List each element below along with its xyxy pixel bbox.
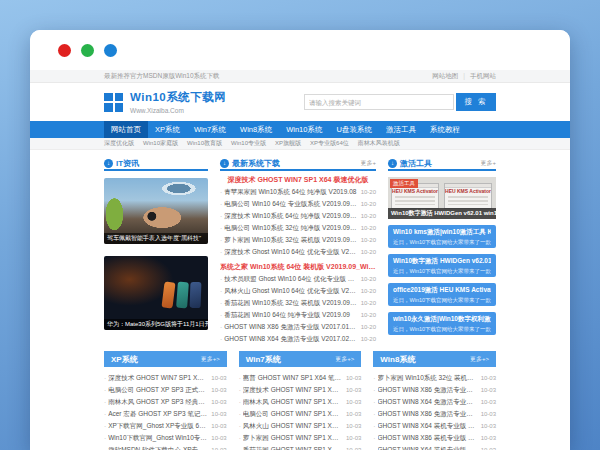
subnav-link[interactable]: Win10家庭版 [143, 139, 178, 148]
item-date: 10-03 [211, 375, 226, 381]
tools-more-link[interactable]: 更多+ [480, 159, 496, 168]
download-list-item[interactable]: GHOST WIN8 X86 免激活专业版 V201 10-03 [373, 384, 496, 396]
tool-box[interactable]: Win10 kms激活|win10激活工具 KMS-VL-ALL 近日，Win1… [388, 225, 496, 248]
download-list-item[interactable]: 电脑公司 GHOST WIN7 SP1 X86 正式 10-03 [239, 408, 362, 420]
download-list-item[interactable]: Win10下载官网_Ghost Win10专业版 6 10-03 [104, 432, 227, 444]
item-title: 电脑公司 GHOST WIN7 SP1 X86 正式 [243, 410, 342, 419]
win8-more-link[interactable]: 更多+> [470, 355, 489, 364]
download-list-item[interactable]: GHOST WIN8 X86 装机专业版 V2017 10-03 [373, 432, 496, 444]
download-list-item[interactable]: 电脑公司 Win10 64位 专业版系统 V2019.09_Win10 10-2… [220, 198, 376, 210]
download-list-item[interactable]: 惠普 GHOST WIN7 SP1 X64 笔记本官 10-03 [239, 372, 362, 384]
xp-more-link[interactable]: 更多+> [201, 355, 220, 364]
download-list-item[interactable]: 萝卜家园 Win10系统 32位 装机版 V2019 10-03 [373, 372, 496, 384]
download-circle-icon: ↓ [388, 159, 397, 168]
download-list-item[interactable]: 深度技术 GHOST WIN7 SP1 X64 极速 10-03 [104, 372, 227, 384]
item-date: 10-20 [361, 213, 376, 219]
nav-item[interactable]: U盘装系统 [329, 121, 378, 138]
tool-box-title: win10永久激活|Win10数字权利激活神器 HWI [393, 315, 491, 324]
tool-box[interactable]: Win10数字激活 HWIDGen v62.01 win10激活 近日，Win1… [388, 254, 496, 277]
subnav-link[interactable]: 深度优化版 [104, 139, 134, 148]
nav-item[interactable]: 网站首页 [104, 121, 148, 138]
item-title: 番茄花园 GHOST WIN7 SP1 X64 装机 [243, 446, 342, 450]
win8-section-title: Win8系统 [380, 354, 415, 365]
download-list-item[interactable]: 深度技术 Ghost Win10 64位 优化专业版 V2019.09 10-2… [220, 246, 376, 258]
window-close-icon[interactable] [58, 44, 71, 57]
download-list-item[interactable]: XP下载官网_Ghost XP专业版 64位 V20 10-03 [104, 420, 227, 432]
item-title: GHOST WIN8 X86 免激活专业版 V201 [378, 386, 477, 395]
download-list-item[interactable]: 电脑公司 Win10系统 32位 纯净版 V2019.09_Win10 10-2… [220, 222, 376, 234]
phone-graphic [176, 282, 189, 309]
tool-box-desc: 近日，Win10下载官网给大家带来了一款受欢迎的win10激 [393, 239, 491, 246]
item-date: 10-20 [361, 189, 376, 195]
featured-headline[interactable]: 深度技术 GHOST WIN7 SP1 X64 极速优化版 [220, 174, 376, 186]
subnav-link[interactable]: 雨林木风装机版 [358, 139, 400, 148]
top-link[interactable]: 网站地图 [432, 72, 458, 81]
download-list-item[interactable]: 番茄花园 Win10 64位 纯净专业版 V2019.09 10-20 [220, 309, 376, 321]
nav-item[interactable]: Win10系统 [279, 121, 329, 138]
download-list-item[interactable]: 技术员联盟 Ghost Win10 64位 优化专业版 V2019.09 10-… [220, 273, 376, 285]
tool-box[interactable]: office2019激活 HEU KMS Activator v19.0 近日，… [388, 283, 496, 306]
latest-downloads-column: ↓ 最新系统下载 更多+ 深度技术 GHOST WIN7 SP1 X64 极速优… [220, 158, 376, 345]
download-list-item[interactable]: 萝卜家园 Win10系统 32位 装机版 V2019.09_Win10 10-2… [220, 234, 376, 246]
tool-screenshot[interactable]: 激活工具 HEU KMS Activator HEU KMS Activator… [388, 177, 496, 219]
subnav-link[interactable]: Win10专业版 [231, 139, 266, 148]
site-title: Win10系统下载网 [130, 90, 226, 105]
download-list-item[interactable]: GHOST WIN8 X64 装机专业版 V2017 10-03 [373, 444, 496, 450]
window-maximize-icon[interactable] [104, 44, 117, 57]
win7-section: Win7系统 更多+> 惠普 GHOST WIN7 SP1 X64 笔记本官 1… [239, 351, 362, 450]
nav-item[interactable]: Win7系统 [187, 121, 233, 138]
download-list-item[interactable]: 电脑公司 GHOST XP SP3 正式专业版 V 10-03 [104, 384, 227, 396]
download-list-item[interactable]: 番茄花园 GHOST WIN7 SP1 X64 装机 10-03 [239, 444, 362, 450]
download-list-item[interactable]: 风林火山 GHOST WIN7 SP1 X86 优化 10-03 [239, 420, 362, 432]
search-button[interactable]: 搜 索 [456, 93, 496, 111]
tool-box-title: office2019激活 HEU KMS Activator v19.0 [393, 286, 491, 295]
search-input[interactable] [304, 94, 454, 110]
subnav-link[interactable]: XP专业版64位 [310, 139, 349, 148]
item-date: 10-20 [361, 249, 376, 255]
download-list-item[interactable]: 雨林木风 GHOST WIN7 SP1 X86 经典 10-03 [239, 396, 362, 408]
subnav-link[interactable]: Win10教育版 [187, 139, 222, 148]
item-title: GHOST WIN8 X86 免激活专业版 V201 [378, 410, 477, 419]
item-date: 10-03 [346, 387, 361, 393]
download-list-item[interactable]: GHOST WIN8 X86 免激活专业版 V201 10-03 [373, 408, 496, 420]
news-post-huawei[interactable]: 华为：Mate30系列5G版将于11月1日开售 [104, 256, 208, 330]
item-title: 风林火山 Ghost Win10 64位 优化专业版 V2019.09 [224, 287, 356, 296]
tool-box-desc: 近日，Win10下载官网给大家带来了一款受欢迎的win10激 [393, 326, 491, 333]
latest-more-link[interactable]: 更多+ [360, 159, 376, 168]
top-link[interactable]: 手机网站 [458, 72, 496, 81]
download-list-item[interactable]: 风林火山 Ghost Win10 64位 优化专业版 V2019.09 10-2… [220, 285, 376, 297]
download-list-item[interactable]: GHOST WIN8 X64 免激活专业版 V201 10-03 [373, 396, 496, 408]
download-list-item[interactable]: 雨林木风 GHOST XP SP3 经典旗舰版 V 10-03 [104, 396, 227, 408]
subnav-link[interactable]: XP旗舰版 [275, 139, 301, 148]
xp-section-title: XP系统 [111, 354, 138, 365]
tool-box-title: Win10数字激活 HWIDGen v62.01 win10激活 [393, 257, 491, 266]
download-list-item[interactable]: Acer 宏碁 GHOST XP SP3 笔记本通用 10-03 [104, 408, 227, 420]
download-list-item[interactable]: 微软MSDN 软件下载中心 XP专业版19 10-03 [104, 444, 227, 450]
latest-header: ↓ 最新系统下载 更多+ [220, 158, 376, 171]
download-list-item[interactable]: GHOST WIN8 X86 免激活专业版 V2017.01(32位) 10-2… [220, 321, 376, 333]
download-list-item[interactable]: GHOST WIN8 X64 装机专业版 V2019 10-03 [373, 420, 496, 432]
nav-item[interactable]: Win8系统 [233, 121, 279, 138]
item-title: 风林火山 GHOST WIN7 SP1 X86 优化 [243, 422, 342, 431]
brand-block[interactable]: Win10系统下载网 Www.Xizaiba.Com [130, 90, 226, 114]
nav-item[interactable]: 系统教程 [423, 121, 467, 138]
download-list-item[interactable]: 萝卜家园 GHOST WIN7 SP1 X86 极速 10-03 [239, 432, 362, 444]
download-list-item[interactable]: 青苹果家园 Win10系统 64位 纯净版 V2019.08 10-20 [220, 186, 376, 198]
news-post-car[interactable]: 驾车佩戴智能手表入选年度“黑科技” [104, 178, 208, 244]
download-circle-icon: ↓ [104, 159, 113, 168]
download-list-item[interactable]: 番茄花园 Win10系统 32位 装机版 V2019.09_Win10 10-2… [220, 297, 376, 309]
item-title: 电脑公司 Win10系统 32位 纯净版 V2019.09_Win10 [224, 224, 356, 233]
win7-more-link[interactable]: 更多+> [335, 355, 354, 364]
window-minimize-icon[interactable] [81, 44, 94, 57]
tool-box[interactable]: win10永久激活|Win10数字权利激活神器 HWI 近日，Win10下载官网… [388, 312, 496, 335]
item-date: 10-03 [481, 411, 496, 417]
download-list-item[interactable]: GHOST WIN8 X64 免激活专业版 V2017.02(64位) 10-2… [220, 333, 376, 345]
item-date: 10-20 [361, 237, 376, 243]
windows-logo-icon[interactable] [104, 93, 123, 112]
item-date: 10-03 [481, 435, 496, 441]
download-list-item[interactable]: 深度技术 GHOST WIN7 SP1 X64 中秋 10-03 [239, 384, 362, 396]
featured-headline[interactable]: 系统之家 Win10系统 64位 装机版 V2019.09_Win10 [220, 261, 376, 273]
nav-item[interactable]: 激活工具 [379, 121, 423, 138]
download-list-item[interactable]: 深度技术 Win10系统 64位 纯净版 V2019.09_Win10 10-2… [220, 210, 376, 222]
nav-item[interactable]: XP系统 [148, 121, 187, 138]
